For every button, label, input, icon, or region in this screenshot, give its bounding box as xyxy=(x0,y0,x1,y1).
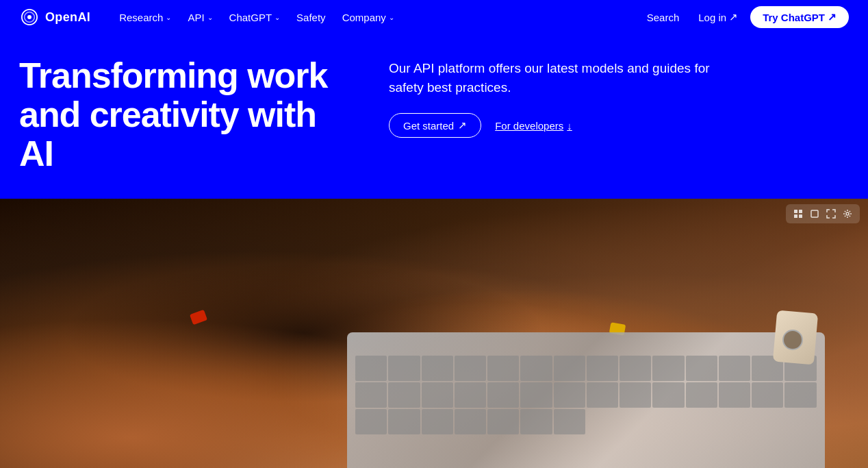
hero-title: Transforming work and creativity with AI xyxy=(19,56,348,174)
openai-logo-icon xyxy=(19,7,40,27)
nav-right: Search Log in ↗ Try ChatGPT ↗ xyxy=(640,6,849,28)
nav-safety[interactable]: Safety xyxy=(290,8,333,27)
openai-logo-label: OpenAI xyxy=(45,10,90,25)
for-developers-button[interactable]: For developers ↓ xyxy=(495,120,572,132)
key xyxy=(719,382,750,408)
hero-image xyxy=(0,199,868,468)
openai-logo[interactable]: OpenAI xyxy=(19,7,90,27)
hero-right: Our API platform offers our latest model… xyxy=(389,56,849,138)
key xyxy=(784,382,816,408)
login-button[interactable]: Log in ↗ xyxy=(691,7,745,27)
hero-left: Transforming work and creativity with AI xyxy=(19,56,348,174)
square-icon[interactable] xyxy=(808,207,821,221)
key xyxy=(487,409,519,434)
hero-subtitle: Our API platform offers our latest model… xyxy=(389,59,745,97)
key xyxy=(587,356,618,381)
chatgpt-chevron-icon: ⌄ xyxy=(275,14,280,21)
key xyxy=(388,356,420,381)
key xyxy=(652,356,684,381)
svg-point-6 xyxy=(846,212,849,215)
svg-rect-1 xyxy=(794,210,797,213)
get-started-arrow-icon: ↗ xyxy=(458,119,467,132)
get-started-button[interactable]: Get started ↗ xyxy=(389,113,481,138)
expand-icon[interactable] xyxy=(824,207,838,221)
company-chevron-icon: ⌄ xyxy=(389,14,394,21)
key xyxy=(752,382,783,408)
search-button[interactable]: Search xyxy=(640,8,687,27)
api-chevron-icon: ⌄ xyxy=(207,14,213,21)
key xyxy=(652,382,684,408)
key xyxy=(487,356,519,381)
svg-rect-4 xyxy=(799,214,802,218)
key xyxy=(422,382,453,408)
key xyxy=(520,356,552,381)
key xyxy=(355,356,387,381)
key xyxy=(355,382,387,408)
key xyxy=(388,409,420,434)
key xyxy=(388,382,420,408)
nav-company[interactable]: Company ⌄ xyxy=(335,8,401,27)
key xyxy=(520,409,552,434)
key xyxy=(686,356,717,381)
key xyxy=(520,382,552,408)
key xyxy=(719,356,750,381)
key xyxy=(422,409,453,434)
navbar: OpenAI Research ⌄ API ⌄ ChatGPT ⌄ Safety… xyxy=(0,0,868,34)
key xyxy=(487,382,519,408)
key xyxy=(455,382,486,408)
svg-rect-5 xyxy=(811,210,818,217)
try-chatgpt-button[interactable]: Try ChatGPT ↗ xyxy=(750,6,849,28)
developers-arrow-icon: ↓ xyxy=(567,120,572,132)
try-arrow-icon: ↗ xyxy=(828,11,837,23)
research-chevron-icon: ⌄ xyxy=(166,14,171,21)
nav-research[interactable]: Research ⌄ xyxy=(112,8,178,27)
key xyxy=(455,409,486,434)
nav-chatgpt[interactable]: ChatGPT ⌄ xyxy=(222,8,288,27)
key xyxy=(422,356,453,381)
nav-links: Research ⌄ API ⌄ ChatGPT ⌄ Safety Compan… xyxy=(112,8,640,27)
svg-point-0 xyxy=(27,15,31,19)
key xyxy=(355,409,387,434)
key xyxy=(620,382,651,408)
key xyxy=(554,409,585,434)
svg-rect-2 xyxy=(799,210,802,213)
phone-camera-lens xyxy=(782,330,803,350)
image-background xyxy=(0,199,868,468)
key xyxy=(587,382,618,408)
hero-section: Transforming work and creativity with AI… xyxy=(0,34,868,199)
key xyxy=(554,382,585,408)
key xyxy=(686,382,717,408)
image-toolbar xyxy=(786,204,860,223)
svg-rect-3 xyxy=(794,214,797,218)
hero-buttons: Get started ↗ For developers ↓ xyxy=(389,113,849,138)
key xyxy=(620,356,651,381)
login-arrow-icon: ↗ xyxy=(729,11,738,23)
key xyxy=(455,356,486,381)
settings-icon[interactable] xyxy=(841,207,854,221)
key xyxy=(554,356,585,381)
nav-api[interactable]: API ⌄ xyxy=(181,8,219,27)
keyboard-grid xyxy=(347,347,824,468)
grid-icon[interactable] xyxy=(791,207,805,221)
